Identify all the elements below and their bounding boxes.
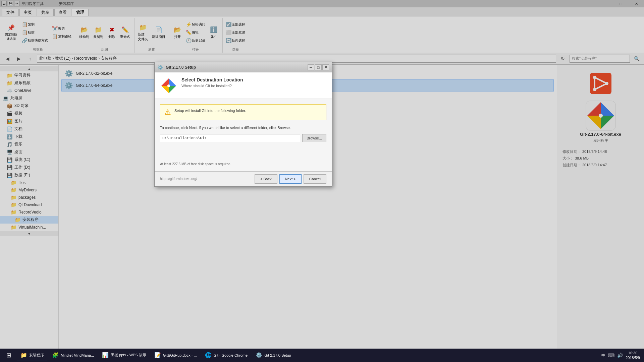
taskbar-git-setup-label: Git 2.17.0 Setup <box>264 353 291 357</box>
dialog-minimize-button[interactable]: ─ <box>308 64 314 70</box>
dialog-path-row: Browse... <box>160 134 326 142</box>
dialog-maximize-button[interactable]: □ <box>315 64 322 70</box>
info-icon: ⚠ <box>164 108 171 117</box>
svg-marker-17 <box>161 86 169 93</box>
tray-keyboard-icon[interactable]: ⌨ <box>608 353 614 358</box>
svg-marker-16 <box>169 86 176 93</box>
taskbar: ⊞ 📁 安装程序 🧩 Mindjet MindMana... 📊 黑板.pptx… <box>0 349 644 362</box>
dialog-header-logo <box>160 77 177 95</box>
taskbar-item-docs[interactable]: 📝 Git&GitHub.docx - ... <box>151 349 201 361</box>
back-button[interactable]: < Back <box>255 174 277 184</box>
taskbar-installer-icon: 📁 <box>20 352 27 358</box>
dialog-title-text: Git 2.17.0 Setup <box>166 65 305 70</box>
dialog-header-text: Select Destination Location Where should… <box>181 77 326 88</box>
next-button[interactable]: Next > <box>279 174 302 184</box>
dialog-info-text: Setup will install Git into the followin… <box>174 108 246 114</box>
browse-button[interactable]: Browse... <box>302 134 326 142</box>
taskbar-mindjet-label: Mindjet MindMana... <box>61 353 94 357</box>
tray-date: 2018/5/9 <box>626 355 640 360</box>
taskbar-git-setup-icon: ⚙️ <box>256 352 262 358</box>
svg-marker-18 <box>161 78 169 86</box>
dialog-header-sub: Where should Git be installed? <box>181 84 326 88</box>
taskbar-item-installer[interactable]: 📁 安装程序 <box>17 349 48 361</box>
taskbar-chrome-label: Git - Google Chrome <box>214 353 248 357</box>
dialog-info-box: ⚠ Setup will install Git into the follow… <box>160 104 326 120</box>
taskbar-docs-label: Git&GitHub.docx - ... <box>163 353 197 357</box>
tray-clock[interactable]: 16:30 2018/5/9 <box>626 351 640 360</box>
footer-link: https://gitforwindows.org/ <box>160 177 197 181</box>
dialog-header: Select Destination Location Where should… <box>155 72 332 99</box>
taskbar-tray: 中 ⌨ 🔊 16:30 2018/5/9 <box>599 351 643 360</box>
disk-space-info: At least 227.6 MB of free disk space is … <box>160 162 326 166</box>
svg-marker-15 <box>169 78 176 86</box>
taskbar-wps-label: 黑板.pptx - WPS 演示 <box>111 353 146 358</box>
git-setup-dialog: ⚙️ Git 2.17.0 Setup ─ □ ✕ Select Destina… <box>154 62 332 187</box>
taskbar-item-wps[interactable]: 📊 黑板.pptx - WPS 演示 <box>98 349 150 361</box>
dialog-body: ⚠ Setup will install Git into the follow… <box>155 99 332 171</box>
taskbar-item-chrome[interactable]: 🌐 Git - Google Chrome <box>201 349 251 361</box>
dialog-footer: https://gitforwindows.org/ < Back Next >… <box>155 171 332 186</box>
taskbar-mindjet-icon: 🧩 <box>52 352 59 358</box>
dialog-title-bar: ⚙️ Git 2.17.0 Setup ─ □ ✕ <box>155 62 332 72</box>
dialog-title-icon: ⚙️ <box>157 65 163 70</box>
installation-path-input[interactable] <box>160 134 300 142</box>
taskbar-item-mindjet[interactable]: 🧩 Mindjet MindMana... <box>48 349 98 361</box>
taskbar-chrome-icon: 🌐 <box>205 352 212 358</box>
taskbar-item-git-setup[interactable]: ⚙️ Git 2.17.0 Setup <box>252 349 295 361</box>
dialog-desc: To continue, click Next. If you would li… <box>160 125 326 131</box>
svg-point-19 <box>167 84 170 87</box>
taskbar-docs-icon: 📝 <box>154 352 161 358</box>
dialog-footer-buttons: < Back Next > Cancel <box>255 174 326 184</box>
dialog-header-title: Select Destination Location <box>181 77 326 82</box>
cancel-button[interactable]: Cancel <box>304 174 326 184</box>
taskbar-installer-label: 安装程序 <box>29 353 44 358</box>
tray-time: 16:30 <box>628 351 638 355</box>
start-button[interactable]: ⊞ <box>1 349 16 361</box>
dialog-title-buttons: ─ □ ✕ <box>308 64 329 70</box>
tray-ime-icon[interactable]: 中 <box>601 353 605 358</box>
dialog-close-button[interactable]: ✕ <box>322 64 329 70</box>
tray-volume-icon[interactable]: 🔊 <box>617 353 623 358</box>
taskbar-wps-icon: 📊 <box>102 352 109 358</box>
